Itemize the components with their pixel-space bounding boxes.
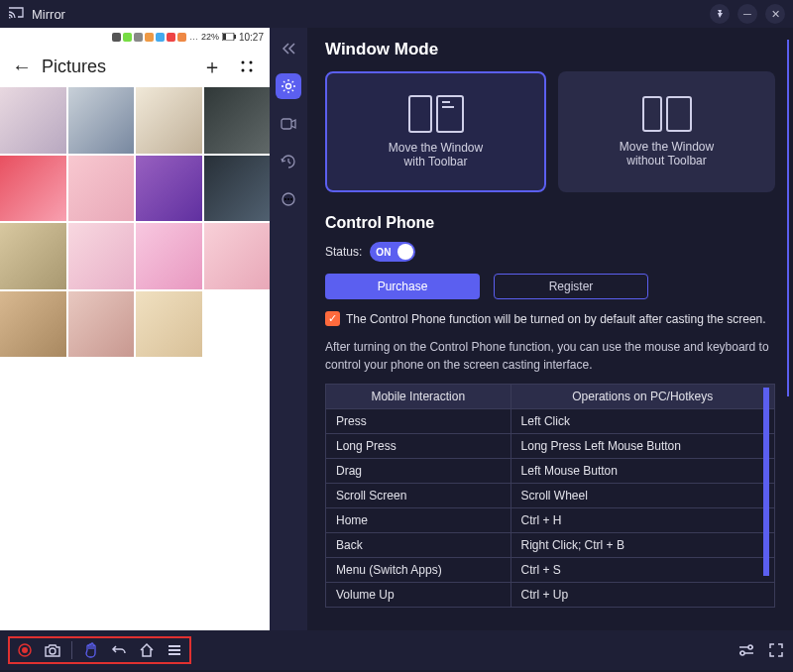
record-icon[interactable] [16, 641, 34, 659]
table-row: Volume UpCtrl + Up [326, 583, 775, 608]
control-phone-toggle[interactable]: ON [370, 242, 415, 262]
home-icon[interactable] [138, 641, 156, 659]
gallery-tile[interactable] [136, 87, 202, 154]
svg-point-11 [287, 198, 289, 200]
grid-view-icon[interactable] [236, 56, 258, 78]
purchase-button[interactable]: Purchase [325, 274, 480, 299]
highlighted-controls [8, 636, 191, 664]
control-phone-desc: After turning on the Control Phone funct… [325, 338, 775, 374]
table-row: Scroll ScreenScroll Wheel [326, 484, 775, 508]
svg-point-6 [250, 68, 253, 71]
svg-point-14 [22, 647, 28, 653]
more-tab[interactable] [276, 186, 301, 212]
gallery-tile[interactable] [68, 156, 135, 222]
phone-gallery-header: ← Pictures ＋ [0, 46, 270, 87]
gallery-tile[interactable] [204, 223, 271, 289]
gallery-tile[interactable] [68, 223, 135, 289]
table-row: BackRight Click; Ctrl + B [326, 533, 775, 558]
svg-point-10 [284, 198, 286, 200]
table-scroll-indicator[interactable] [763, 388, 769, 576]
gallery-tile[interactable] [0, 223, 66, 289]
clock-time: 10:27 [239, 32, 264, 43]
battery-icon [222, 33, 236, 41]
titlebar: Mirror ─ ✕ [0, 0, 793, 28]
settings-toggle-icon[interactable] [737, 641, 755, 659]
bottom-toolbar [0, 630, 793, 670]
gallery-tile[interactable] [0, 156, 66, 222]
collapse-button[interactable] [276, 36, 301, 61]
add-icon[interactable]: ＋ [198, 54, 226, 80]
svg-point-16 [748, 645, 752, 649]
history-tab[interactable] [276, 149, 301, 174]
gallery-tile[interactable] [204, 291, 271, 358]
gallery-tile[interactable] [204, 156, 271, 222]
app-title: Mirror [32, 7, 65, 22]
battery-percent: 22% [201, 32, 219, 42]
gallery-tile[interactable] [204, 87, 271, 154]
fullscreen-icon[interactable] [767, 641, 785, 659]
window-mode-with-toolbar[interactable]: Move the Window with Toolbar [325, 71, 546, 192]
svg-rect-1 [234, 35, 236, 39]
default-on-label: The Control Phone function will be turne… [346, 312, 766, 326]
gallery-tile[interactable] [0, 291, 66, 358]
table-row: Long PressLong Press Left Mouse Button [326, 434, 775, 459]
record-tab[interactable] [276, 111, 301, 137]
svg-point-4 [250, 60, 253, 63]
svg-rect-2 [223, 34, 226, 40]
card-line1: Move the Window [620, 140, 714, 154]
scroll-indicator [787, 40, 789, 396]
camera-icon[interactable] [44, 641, 61, 659]
settings-tab[interactable] [276, 73, 301, 99]
menu-icon[interactable] [166, 641, 183, 659]
hand-icon[interactable] [82, 641, 100, 659]
svg-rect-8 [282, 119, 291, 129]
register-button[interactable]: Register [494, 274, 648, 299]
gallery-tile[interactable] [0, 87, 66, 154]
photo-gallery-grid [0, 87, 270, 357]
phone-status-bar: … 22% 10:27 [0, 28, 270, 46]
table-row: HomeCtrl + H [326, 508, 775, 533]
status-label: Status: [325, 245, 362, 259]
gallery-tile[interactable] [68, 87, 135, 154]
with-toolbar-icon [408, 95, 464, 133]
card-line2: with Toolbar [389, 155, 483, 168]
card-line1: Move the Window [389, 141, 483, 155]
back-arrow-icon[interactable]: ← [12, 56, 32, 78]
window-mode-title: Window Mode [325, 40, 775, 59]
gallery-tile[interactable] [136, 291, 202, 358]
hotkeys-table: Mobile Interaction Operations on PC/Hotk… [325, 384, 775, 608]
table-row: PressLeft Click [326, 409, 775, 434]
svg-point-7 [286, 84, 291, 89]
svg-point-5 [242, 68, 245, 71]
svg-point-17 [740, 651, 744, 655]
th-pc: Operations on PC/Hotkeys [510, 385, 774, 409]
card-line2: without Toolbar [620, 154, 714, 168]
svg-point-15 [50, 648, 56, 654]
gallery-tile[interactable] [136, 156, 202, 222]
minimize-button[interactable]: ─ [737, 4, 757, 24]
undo-icon[interactable] [110, 641, 128, 659]
settings-content: Window Mode Move the Window with Toolbar [307, 28, 793, 630]
table-row: Menu (Switch Apps)Ctrl + S [326, 558, 775, 583]
gallery-tile[interactable] [68, 291, 135, 358]
phone-mirror-pane[interactable]: … 22% 10:27 ← Pictures ＋ [0, 28, 270, 630]
th-mobile: Mobile Interaction [326, 385, 511, 409]
without-toolbar-icon [642, 96, 692, 132]
control-phone-title: Control Phone [325, 214, 775, 232]
default-on-checkbox[interactable]: ✓ [325, 311, 340, 326]
close-button[interactable]: ✕ [765, 4, 785, 24]
window-mode-without-toolbar[interactable]: Move the Window without Toolbar [558, 71, 775, 192]
settings-sidebar [270, 28, 307, 630]
gallery-title: Pictures [42, 56, 188, 77]
svg-point-3 [242, 60, 245, 63]
svg-point-12 [290, 198, 292, 200]
gallery-tile[interactable] [136, 223, 202, 289]
pin-button[interactable] [710, 4, 730, 24]
table-row: DragLeft Mouse Button [326, 459, 775, 484]
cast-icon [8, 6, 24, 23]
